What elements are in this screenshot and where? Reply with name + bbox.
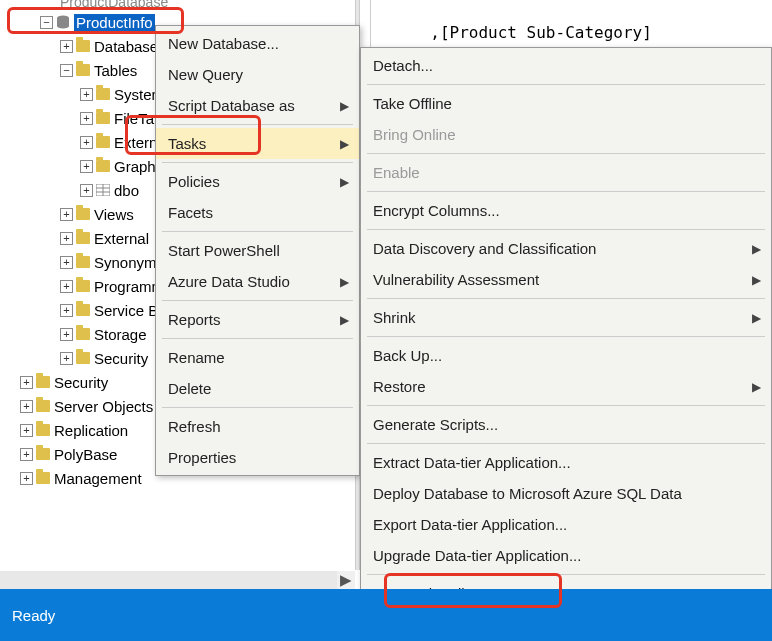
menu-item[interactable]: Export Data-tier Application... xyxy=(361,509,771,540)
folder-icon xyxy=(76,280,90,292)
expand-icon[interactable]: + xyxy=(20,424,33,437)
folder-icon xyxy=(96,88,110,100)
collapse-icon[interactable]: − xyxy=(60,64,73,77)
menu-separator xyxy=(162,231,353,232)
folder-icon xyxy=(96,160,110,172)
menu-item-label: Restore xyxy=(373,378,426,395)
database-context-menu[interactable]: New Database...New QueryScript Database … xyxy=(155,25,360,476)
tasks-submenu[interactable]: Detach...Take OfflineBring OnlineEnableE… xyxy=(360,47,772,641)
menu-item[interactable]: Detach... xyxy=(361,50,771,81)
expand-icon[interactable]: + xyxy=(60,352,73,365)
folder-icon xyxy=(76,352,90,364)
menu-separator xyxy=(367,443,765,444)
menu-item[interactable]: Policies▶ xyxy=(156,166,359,197)
menu-item[interactable]: Data Discovery and Classification▶ xyxy=(361,233,771,264)
expand-icon[interactable]: + xyxy=(20,448,33,461)
expand-icon[interactable]: + xyxy=(60,328,73,341)
menu-item[interactable]: Deploy Database to Microsoft Azure SQL D… xyxy=(361,478,771,509)
tree-node-label: Management xyxy=(54,470,142,487)
menu-item-label: Policies xyxy=(168,173,220,190)
menu-item-label: Tasks xyxy=(168,135,206,152)
tree-node-label: External xyxy=(94,230,149,247)
expand-icon[interactable]: + xyxy=(20,472,33,485)
menu-item[interactable]: Encrypt Columns... xyxy=(361,195,771,226)
menu-item-label: Back Up... xyxy=(373,347,442,364)
expand-icon[interactable]: + xyxy=(80,136,93,149)
menu-item-label: Azure Data Studio xyxy=(168,273,290,290)
folder-icon xyxy=(36,376,50,388)
menu-separator xyxy=(367,298,765,299)
collapse-icon[interactable]: − xyxy=(40,16,53,29)
menu-separator xyxy=(162,338,353,339)
menu-item-label: Encrypt Columns... xyxy=(373,202,500,219)
menu-item[interactable]: Back Up... xyxy=(361,340,771,371)
tree-node-label: Tables xyxy=(94,62,137,79)
menu-item-label: Deploy Database to Microsoft Azure SQL D… xyxy=(373,485,682,502)
database-icon xyxy=(56,15,70,29)
menu-item[interactable]: Extract Data-tier Application... xyxy=(361,447,771,478)
menu-item[interactable]: New Query xyxy=(156,59,359,90)
expand-icon[interactable]: + xyxy=(20,376,33,389)
menu-separator xyxy=(367,229,765,230)
menu-item-label: Rename xyxy=(168,349,225,366)
menu-item-label: Script Database as xyxy=(168,97,295,114)
expand-icon[interactable]: + xyxy=(80,160,93,173)
menu-item[interactable]: Facets xyxy=(156,197,359,228)
expand-icon[interactable]: + xyxy=(60,256,73,269)
menu-item[interactable]: Rename xyxy=(156,342,359,373)
menu-item[interactable]: Restore▶ xyxy=(361,371,771,402)
tree-node-cut: ProductDatabase xyxy=(0,0,355,10)
menu-item-label: Start PowerShell xyxy=(168,242,280,259)
menu-item[interactable]: Refresh xyxy=(156,411,359,442)
tree-node-label: Security xyxy=(94,350,148,367)
menu-item-label: Facets xyxy=(168,204,213,221)
expand-icon[interactable]: + xyxy=(60,208,73,221)
menu-item[interactable]: Tasks▶ xyxy=(156,128,359,159)
expand-icon[interactable]: + xyxy=(60,280,73,293)
submenu-arrow-icon: ▶ xyxy=(752,242,761,256)
menu-item[interactable]: Azure Data Studio▶ xyxy=(156,266,359,297)
tree-node-label: dbo xyxy=(114,182,139,199)
expand-icon[interactable]: + xyxy=(80,88,93,101)
scroll-right-icon[interactable]: ▶ xyxy=(337,571,355,589)
tree-node-label: Security xyxy=(54,374,108,391)
folder-icon xyxy=(96,112,110,124)
tree-node-label: Database xyxy=(94,38,158,55)
menu-item-label: Data Discovery and Classification xyxy=(373,240,596,257)
menu-item[interactable]: Shrink▶ xyxy=(361,302,771,333)
menu-item[interactable]: Vulnerability Assessment▶ xyxy=(361,264,771,295)
menu-item[interactable]: Delete xyxy=(156,373,359,404)
submenu-arrow-icon: ▶ xyxy=(340,275,349,289)
expand-icon[interactable]: + xyxy=(80,184,93,197)
folder-icon xyxy=(76,64,90,76)
menu-item[interactable]: Script Database as▶ xyxy=(156,90,359,121)
menu-item[interactable]: Start PowerShell xyxy=(156,235,359,266)
menu-item[interactable]: Reports▶ xyxy=(156,304,359,335)
menu-item[interactable]: Properties xyxy=(156,442,359,473)
expand-icon[interactable]: + xyxy=(60,40,73,53)
folder-icon xyxy=(76,256,90,268)
status-text: Ready xyxy=(12,607,55,624)
expand-icon[interactable]: + xyxy=(60,232,73,245)
scrollbar-track[interactable] xyxy=(0,571,337,589)
tree-node-label: Synonyms xyxy=(94,254,164,271)
menu-item[interactable]: Upgrade Data-tier Application... xyxy=(361,540,771,571)
submenu-arrow-icon: ▶ xyxy=(752,380,761,394)
folder-icon xyxy=(36,424,50,436)
tree-node-label: Server Objects xyxy=(54,398,153,415)
menu-item-label: Upgrade Data-tier Application... xyxy=(373,547,581,564)
menu-item-label: Shrink xyxy=(373,309,416,326)
menu-item[interactable]: New Database... xyxy=(156,28,359,59)
folder-icon xyxy=(36,400,50,412)
horizontal-scrollbar[interactable]: ▶ xyxy=(0,571,355,589)
menu-item-label: Vulnerability Assessment xyxy=(373,271,539,288)
menu-item[interactable]: Generate Scripts... xyxy=(361,409,771,440)
expand-icon[interactable]: + xyxy=(20,400,33,413)
submenu-arrow-icon: ▶ xyxy=(752,273,761,287)
expand-icon[interactable]: + xyxy=(60,304,73,317)
menu-item[interactable]: Take Offline xyxy=(361,88,771,119)
menu-item-label: Bring Online xyxy=(373,126,456,143)
menu-separator xyxy=(367,574,765,575)
menu-separator xyxy=(367,153,765,154)
expand-icon[interactable]: + xyxy=(80,112,93,125)
